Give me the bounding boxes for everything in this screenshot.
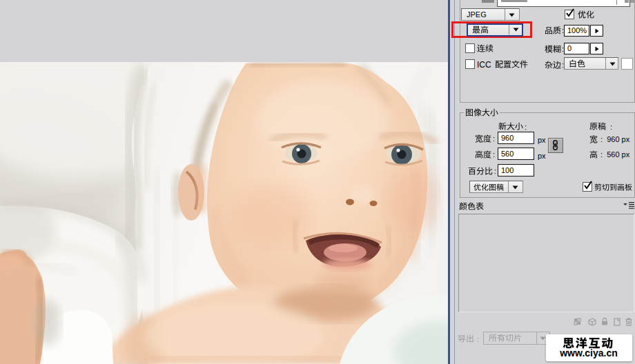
svg-text:www.ciya.cn: www.ciya.cn: [559, 347, 618, 358]
